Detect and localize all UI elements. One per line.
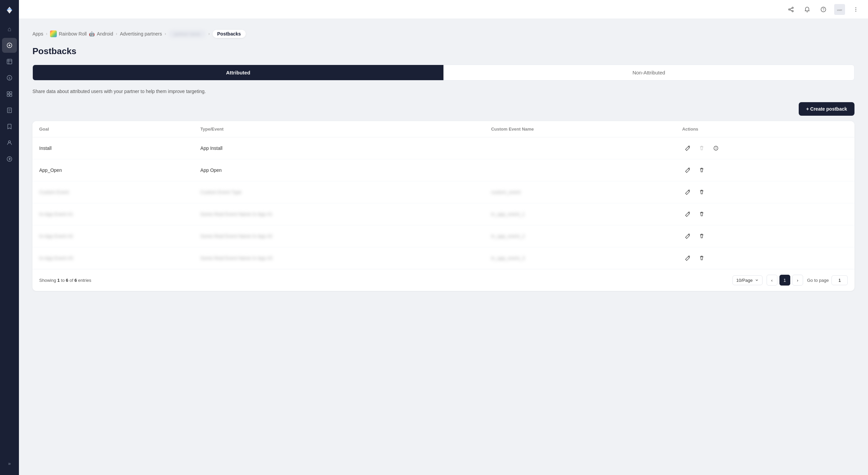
table-row: In-App Event #2 Some Real Event Name In … [32,225,854,247]
topnav: ? user [19,0,868,19]
prev-page-button[interactable]: ‹ [767,275,777,286]
pagination-from: 1 [57,278,60,283]
svg-point-12 [789,9,790,10]
svg-point-20 [855,10,856,11]
delete-icon[interactable] [696,209,707,220]
col-type-event: Type/Event [194,121,484,137]
sidebar-item-grid[interactable] [2,87,17,101]
sidebar-item-media[interactable] [2,54,17,69]
svg-text:user: user [837,8,842,12]
android-icon: 🤖 [89,31,95,37]
breadcrumb-sep-3: › [165,31,166,36]
cell-custom-event: in_app_event_1 [484,203,675,225]
svg-text:?: ? [715,147,717,150]
edit-icon[interactable] [682,187,693,198]
sidebar-item-campaigns[interactable] [2,38,17,53]
page-title: Postbacks [32,46,854,56]
create-postback-button[interactable]: + Create postback [799,102,854,116]
cell-type-event: App Install [194,137,484,159]
sidebar-item-home[interactable]: ⌂ [2,22,17,37]
goto-page: Go to page [807,275,848,285]
pagination-nav: ‹ 1 › [767,275,803,286]
cell-goal: Install [32,137,194,159]
delete-icon[interactable] [696,231,707,242]
actions-cell [682,209,848,220]
table-row: Install App Install ? [32,137,854,159]
user-avatar[interactable]: user [834,4,845,15]
svg-rect-1 [7,59,12,64]
cell-goal: App_Open [32,159,194,181]
breadcrumb-partner-blurred: partner name [169,30,206,38]
cell-type-event: Custom Event Type [194,181,484,203]
cell-custom-event [484,159,675,181]
delete-icon[interactable] [696,165,707,176]
edit-icon[interactable] [682,143,693,154]
svg-point-13 [792,10,793,12]
sidebar-item-revenue[interactable]: $ [2,70,17,85]
cell-actions: ? [675,137,854,159]
per-page-select[interactable]: 10/Page [732,275,762,285]
help-icon[interactable]: ? [818,4,829,15]
cell-goal: Custom Event [32,181,194,203]
breadcrumb-app[interactable]: Rainbow Roll 🤖 Android [50,30,113,37]
sidebar-item-bookmarks[interactable] [2,119,17,134]
delete-icon[interactable] [696,143,707,154]
breadcrumb: Apps › Rainbow Roll 🤖 Android › Advertis… [32,30,854,38]
sidebar-item-users[interactable] [2,135,17,150]
cell-goal: In-App Event #1 [32,203,194,225]
svg-point-18 [855,7,856,8]
share-icon[interactable] [786,4,796,15]
postbacks-table: Goal Type/Event Custom Event Name Action… [32,121,854,269]
col-goal: Goal [32,121,194,137]
cell-actions [675,159,854,181]
table-row: App_Open App Open [32,159,854,181]
table-row: In-App Event #1 Some Real Event Name In … [32,203,854,225]
svg-rect-7 [10,94,12,96]
cell-type-event: Some Real Event Name In App #1 [194,203,484,225]
sidebar-bottom: » [2,456,17,471]
edit-icon[interactable] [682,253,693,264]
svg-rect-4 [7,92,9,94]
actions-cell [682,187,848,198]
svg-rect-5 [10,92,12,94]
notification-icon[interactable] [802,4,813,15]
cell-type-event: Some Real Event Name In App #2 [194,225,484,247]
breadcrumb-current: Postbacks [213,30,246,38]
cell-type-event: App Open [194,159,484,181]
delete-icon[interactable] [696,187,707,198]
pagination-to: 6 [66,278,68,283]
cell-custom-event [484,137,675,159]
edit-icon[interactable] [682,209,693,220]
page-1-button[interactable]: 1 [779,275,790,286]
edit-icon[interactable] [682,231,693,242]
cell-goal: In-App Event #2 [32,225,194,247]
actions-cell [682,165,848,176]
more-menu-icon[interactable] [850,4,861,15]
breadcrumb-advertising-partners[interactable]: Advertising partners [120,31,162,37]
sidebar-item-reports[interactable] [2,103,17,118]
col-actions: Actions [675,121,854,137]
breadcrumb-apps[interactable]: Apps [32,31,43,37]
pagination-info: Showing 1 to 6 of 6 entries [39,278,728,283]
goto-page-input[interactable] [831,275,848,285]
content-area: Apps › Rainbow Roll 🤖 Android › Advertis… [19,19,868,475]
cell-custom-event: in_app_event_3 [484,247,675,269]
postbacks-table-container: Goal Type/Event Custom Event Name Action… [32,121,854,291]
col-custom-event-name: Custom Event Name [484,121,675,137]
sidebar-expand-button[interactable]: » [2,456,17,471]
delete-icon[interactable] [696,253,707,264]
svg-rect-6 [7,94,9,96]
table-row: Custom Event Custom Event Type custom_ev… [32,181,854,203]
svg-point-11 [792,7,793,8]
edit-icon[interactable] [682,165,693,176]
cell-actions [675,181,854,203]
help-icon[interactable]: ? [710,143,721,154]
sidebar-item-finance[interactable] [2,152,17,166]
svg-text:$: $ [8,76,10,80]
table-row: In-App Event #3 Some Real Event Name In … [32,247,854,269]
pagination: Showing 1 to 6 of 6 entries 10/Page ‹ 1 … [32,269,854,291]
tab-attributed[interactable]: Attributed [33,65,443,80]
tab-non-attributed[interactable]: Non-Attributed [443,65,854,80]
next-page-button[interactable]: › [792,275,803,286]
pagination-total: 6 [74,278,77,283]
